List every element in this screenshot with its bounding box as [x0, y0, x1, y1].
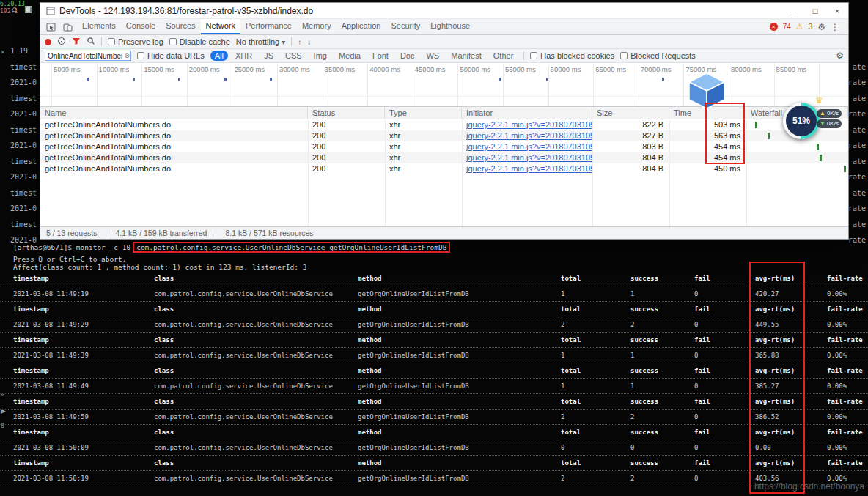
status-summary-item: 4.1 kB / 159 kB transferred	[106, 229, 216, 237]
network-request-row[interactable]: getTreeOnlineAndTotalNumbers.do200xhrjqu…	[40, 163, 848, 174]
tab-security[interactable]: Security	[386, 19, 425, 34]
inspect-element-icon[interactable]	[43, 23, 59, 32]
filter-pill-manifest[interactable]: Manifest	[446, 51, 486, 61]
bg-right-fragment: ate	[853, 221, 866, 229]
import-har-icon[interactable]: ↑	[298, 38, 301, 46]
filter-input[interactable]	[45, 51, 131, 61]
errors-icon[interactable]: ×	[770, 23, 778, 31]
taskbar-monitor-icon[interactable]: ▣	[24, 4, 32, 14]
tab-sources[interactable]: Sources	[161, 19, 200, 34]
tab-memory[interactable]: Memory	[297, 19, 336, 34]
tab-elements[interactable]: Elements	[77, 19, 121, 34]
upload-speed-value: 0K/s	[827, 109, 839, 118]
cell-success: 2	[630, 471, 694, 486]
filter-toggle-icon[interactable]	[72, 37, 81, 47]
filter-pill-all[interactable]: All	[210, 51, 228, 61]
filter-pill-xhr[interactable]: XHR	[231, 51, 257, 61]
initiator-link[interactable]: jquery-2.2.1.min.js?v=201807031050:4	[466, 153, 592, 162]
cell-total: 1	[561, 379, 630, 393]
preserve-log-checkbox[interactable]: Preserve log	[108, 37, 163, 46]
header-method: method	[358, 456, 561, 470]
checkbox-icon	[530, 52, 537, 59]
column-header-size[interactable]: Size	[592, 107, 669, 119]
has-blocked-cookies-label: Has blocked cookies	[540, 51, 614, 60]
activity-mark	[270, 78, 272, 81]
cell-avg-rt-ms: 365.88	[755, 348, 827, 363]
blocked-requests-checkbox[interactable]: Blocked Requests	[620, 51, 696, 60]
device-toolbar-icon[interactable]	[60, 23, 76, 32]
close-button[interactable]: ×	[826, 7, 848, 15]
devtools-titlebar[interactable]: DevTools - 124.193.194.36:81/forestar-pa…	[40, 3, 848, 19]
column-divider[interactable]	[462, 119, 463, 226]
filter-pill-js[interactable]: JS	[260, 51, 278, 61]
performance-gauge[interactable]: 51%	[783, 103, 820, 139]
tab-lighthouse[interactable]: Lighthouse	[425, 19, 475, 34]
initiator-link[interactable]: jquery-2.2.1.min.js?v=201807031050:4	[466, 164, 592, 173]
monitor-data-row: 2021-03-08 11:49:29com.patrol.config.ser…	[0, 317, 868, 333]
activity-mark	[224, 78, 227, 81]
clear-filter-icon[interactable]: ⊗	[124, 52, 130, 59]
devtools-statusbar: 5 / 13 requests4.1 kB / 159 kB transferr…	[40, 226, 848, 239]
waterfall-bar-icon	[768, 133, 770, 139]
column-header-status[interactable]: Status	[308, 107, 385, 119]
tab-application[interactable]: Application	[336, 19, 386, 34]
bg-right-fragment: ate	[853, 189, 866, 197]
export-har-icon[interactable]: ↓	[307, 38, 311, 46]
tab-performance[interactable]: Performance	[240, 19, 297, 34]
monitored-target-highlight: com.patrol.config.service.UserOnlineDbSe…	[133, 242, 450, 253]
clear-log-icon[interactable]	[57, 37, 66, 47]
filter-pill-css[interactable]: CSS	[281, 51, 306, 61]
filter-pill-ws[interactable]: WS	[422, 51, 444, 61]
header-success: success	[630, 271, 694, 286]
initiator-link[interactable]: jquery-2.2.1.min.js?v=201807031050:4	[466, 131, 592, 140]
activity-mark	[546, 78, 548, 81]
filter-pill-media[interactable]: Media	[334, 51, 365, 61]
column-divider[interactable]	[308, 119, 309, 226]
column-header-type[interactable]: Type	[385, 107, 462, 119]
column-divider[interactable]	[592, 119, 593, 226]
minimize-button[interactable]: —	[782, 7, 804, 15]
throttling-dropdown[interactable]: No throttling▾	[236, 37, 285, 46]
column-divider[interactable]	[746, 119, 747, 226]
left-strip-icon[interactable]: ×	[1, 48, 4, 56]
hide-data-urls-checkbox[interactable]: Hide data URLs	[137, 51, 205, 60]
record-button[interactable]	[45, 39, 51, 45]
tab-console[interactable]: Console	[121, 19, 161, 34]
error-count[interactable]: 74	[783, 23, 791, 31]
cell-fail: 0	[694, 471, 755, 486]
header-class: class	[154, 425, 358, 440]
initiator-link[interactable]: jquery-2.2.1.min.js?v=201807031050:4	[466, 142, 592, 151]
column-header-name[interactable]: Name	[40, 107, 308, 119]
waterfall-bar-icon	[817, 144, 819, 150]
checkbox-icon	[137, 52, 144, 59]
column-divider[interactable]	[385, 119, 386, 226]
search-icon[interactable]	[87, 37, 95, 47]
network-settings-gear-icon[interactable]: ⚙	[836, 51, 844, 60]
header-total: total	[561, 333, 630, 347]
kebab-menu-icon[interactable]: ⋮	[831, 23, 839, 32]
taskbar-app-icon[interactable]: ⌂	[12, 4, 17, 14]
filter-pill-font[interactable]: Font	[368, 51, 393, 61]
initiator-link[interactable]: jquery-2.2.1.min.js?v=201807031050:4	[466, 120, 592, 129]
tab-network[interactable]: Network	[201, 19, 240, 34]
column-header-initiator[interactable]: Initiator	[462, 107, 592, 119]
filter-pill-other[interactable]: Other	[489, 51, 518, 61]
settings-gear-icon[interactable]: ⚙	[817, 23, 825, 32]
maximize-button[interactable]: □	[804, 7, 826, 15]
request-name: getTreeOnlineAndTotalNumbers.do	[40, 130, 308, 141]
request-name: getTreeOnlineAndTotalNumbers.do	[40, 163, 308, 174]
warnings-icon[interactable]: ⚠	[796, 22, 803, 32]
download-speed-value: 0K/s	[827, 119, 839, 128]
gauge-percent-label: 51%	[786, 106, 817, 136]
monitor-data-row: 2021-03-08 11:50:19com.patrol.config.ser…	[0, 471, 868, 486]
has-blocked-cookies-checkbox[interactable]: Has blocked cookies	[530, 51, 614, 60]
filter-pill-img[interactable]: Img	[309, 51, 331, 61]
filter-pill-doc[interactable]: Doc	[396, 51, 419, 61]
column-divider[interactable]	[669, 119, 670, 226]
header-class: class	[154, 456, 358, 470]
disable-cache-checkbox[interactable]: Disable cache	[169, 37, 230, 46]
warning-count[interactable]: 3	[809, 23, 813, 31]
bg-left-fragment: timest	[10, 158, 37, 166]
devtools-tabs: ElementsConsoleSourcesNetworkPerformance…	[77, 19, 475, 34]
abort-hint-line: Press Q or Ctrl+C to abort.	[13, 255, 126, 263]
